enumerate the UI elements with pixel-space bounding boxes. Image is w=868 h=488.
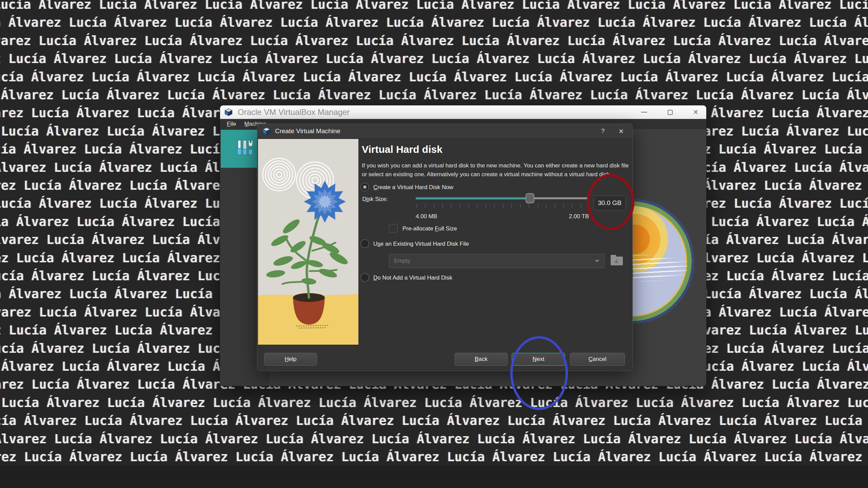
chevron-down-icon xyxy=(595,260,599,265)
folder-browse-icon xyxy=(611,257,623,265)
browse-disk-file-button[interactable] xyxy=(609,255,624,267)
disk-size-max-label: 2.00 TB xyxy=(569,213,589,220)
back-button[interactable]: B̲ack xyxy=(455,353,508,366)
next-button[interactable]: N̲ext xyxy=(512,353,565,366)
radio-use-existing-disk[interactable] xyxy=(360,239,369,248)
slider-tick-marks xyxy=(416,204,590,208)
desktop-pattern-row: Lucía Álvarez Lucía Álvarez Lucía Álvare… xyxy=(0,413,868,428)
desktop-pattern-row: Lucía Álvarez Lucía Álvarez Lucía Álvare… xyxy=(0,52,868,66)
radio-no-disk[interactable] xyxy=(360,273,369,282)
desktop-pattern-row: Lucía Álvarez Lucía Álvarez Lucía Álvare… xyxy=(0,88,868,102)
virtualbox-logo-icon xyxy=(224,108,233,117)
existing-disk-combobox[interactable]: Empty xyxy=(389,254,605,268)
manager-window-title: Oracle VM VirtualBox Manager xyxy=(238,107,350,117)
desktop-pattern-row: Lucía Álvarez Lucía Álvarez Lucía Álvare… xyxy=(0,395,868,410)
minimize-button[interactable] xyxy=(636,105,652,119)
dialog-help-button[interactable]: ? xyxy=(594,124,612,139)
desktop-pattern-row: Lucía Álvarez Lucía Álvarez Lucía Álvare… xyxy=(0,450,868,464)
maximize-button[interactable] xyxy=(662,105,678,119)
menu-file[interactable]: F̲ile xyxy=(227,121,236,127)
slider-fill xyxy=(416,197,530,199)
taskbar: Búsqueda b xyxy=(0,465,868,488)
slider-handle[interactable] xyxy=(526,193,534,203)
close-button[interactable]: ✕ xyxy=(688,105,704,119)
radio-create-new-disk[interactable] xyxy=(360,183,369,191)
radio-no-disk-label[interactable]: D̲o Not Add a Virtual Hard Disk xyxy=(373,274,452,281)
disk-size-label: Di̲sk Size: xyxy=(362,196,388,203)
page-heading: Virtual Hard disk xyxy=(362,144,442,155)
desktop-pattern-row: Lucía Álvarez Lucía Álvarez Lucía Álvare… xyxy=(0,0,868,12)
create-vm-dialog: Create Virtual Machine ? ✕ xyxy=(257,124,633,371)
existing-disk-value: Empty xyxy=(394,258,595,264)
help-button[interactable]: H̲elp xyxy=(264,353,317,366)
dialog-title: Create Virtual Machine xyxy=(275,127,340,135)
flower-illustration xyxy=(258,139,358,345)
desktop-pattern-row: Lucía Álvarez Lucía Álvarez Lucía Álvare… xyxy=(0,70,868,84)
radio-use-existing-disk-label[interactable]: Us̲e an Existing Virtual Hard Disk File xyxy=(373,241,469,247)
preallocate-checkbox[interactable] xyxy=(389,224,398,233)
desktop-pattern-row: Lucía Álvarez Lucía Álvarez Lucía Álvare… xyxy=(0,15,868,30)
disk-size-value[interactable]: 30.0 GB xyxy=(594,196,626,210)
desktop: Lucía Álvarez Lucía Álvarez Lucía Álvare… xyxy=(0,0,868,488)
dialog-titlebar[interactable]: Create Virtual Machine ? ✕ xyxy=(257,124,632,139)
radio-create-new-disk-label[interactable]: C̲reate a Virtual Hard Disk Now xyxy=(373,184,453,191)
preallocate-label[interactable]: Pre-allocate F̲ull Size xyxy=(402,225,457,232)
dialog-close-button[interactable]: ✕ xyxy=(612,124,630,139)
desktop-pattern-row: Lucía Álvarez Lucía Álvarez Lucía Álvare… xyxy=(0,432,868,446)
disk-size-min-label: 4.00 MB xyxy=(416,213,437,220)
cancel-button[interactable]: C̲ancel xyxy=(570,353,625,366)
virtualbox-dialog-icon xyxy=(262,127,271,136)
page-description: If you wish you can add a virtual hard d… xyxy=(362,161,635,179)
manager-titlebar[interactable]: Oracle VM VirtualBox Manager ✕ xyxy=(220,105,706,119)
desktop-pattern-row: Lucía Álvarez Lucía Álvarez Lucía Álvare… xyxy=(0,34,868,48)
disk-size-slider[interactable] xyxy=(416,197,589,199)
tools-icon xyxy=(235,138,254,159)
